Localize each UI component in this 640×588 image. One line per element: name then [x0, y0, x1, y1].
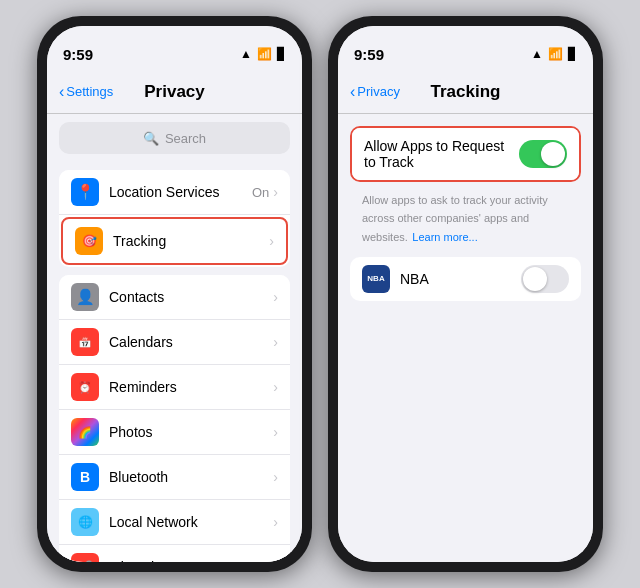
back-chevron-1: ‹ — [59, 84, 64, 100]
calendars-label: Calendars — [109, 334, 273, 350]
list-item-photos[interactable]: 🌈 Photos › — [59, 410, 290, 455]
tracking-icon: 🎯 — [75, 227, 103, 255]
status-bar-2: 9:59 ▲ 📶 ▊ — [338, 26, 593, 70]
calendars-icon: 📅 — [71, 328, 99, 356]
battery-icon-2: ▊ — [568, 47, 577, 61]
signal-icon: ▲ — [240, 47, 252, 61]
back-label-2: Privacy — [357, 84, 400, 99]
list-item-local-network[interactable]: 🌐 Local Network › — [59, 500, 290, 545]
allow-tracking-toggle[interactable] — [519, 140, 567, 168]
location-services-value: On — [252, 185, 269, 200]
chevron-bluetooth: › — [273, 469, 278, 485]
chevron-contacts: › — [273, 289, 278, 305]
photos-icon: 🌈 — [71, 418, 99, 446]
wifi-icon-2: 📶 — [548, 47, 563, 61]
local-network-label: Local Network — [109, 514, 273, 530]
photos-label: Photos — [109, 424, 273, 440]
status-icons-2: ▲ 📶 ▊ — [531, 47, 577, 61]
nba-toggle-thumb — [523, 267, 547, 291]
nba-row[interactable]: NBA NBA — [350, 257, 581, 301]
list-item-microphone[interactable]: 🎤 Microphone › — [59, 545, 290, 562]
nav-bar-1: ‹ Settings Privacy — [47, 70, 302, 114]
allow-tracking-label: Allow Apps to Request to Track — [364, 138, 519, 170]
privacy-group-1: 📍 Location Services On › 🎯 Tracking › — [59, 170, 290, 267]
toggle-thumb — [541, 142, 565, 166]
chevron-photos: › — [273, 424, 278, 440]
location-services-label: Location Services — [109, 184, 252, 200]
tracking-content: Allow Apps to Request to Track Allow app… — [338, 114, 593, 562]
battery-icon: ▊ — [277, 47, 286, 61]
tracking-label: Tracking — [113, 233, 269, 249]
nav-title-2: Tracking — [431, 82, 501, 102]
nba-section: NBA NBA — [350, 257, 581, 301]
phone-tracking: 9:59 ▲ 📶 ▊ ‹ Privacy Tracking — [328, 16, 603, 572]
chevron-icon-tracking: › — [269, 233, 274, 249]
back-label-1: Settings — [66, 84, 113, 99]
wifi-icon: 📶 — [257, 47, 272, 61]
nba-icon: NBA — [362, 265, 390, 293]
nba-toggle[interactable] — [521, 265, 569, 293]
nba-label: NBA — [400, 271, 521, 287]
allow-tracking-section: Allow Apps to Request to Track — [350, 126, 581, 182]
search-container-1: 🔍 Search — [47, 114, 302, 162]
signal-icon-2: ▲ — [531, 47, 543, 61]
learn-more-link[interactable]: Learn more... — [412, 231, 477, 243]
back-button-1[interactable]: ‹ Settings — [59, 84, 113, 100]
nav-title-1: Privacy — [144, 82, 205, 102]
list-item-location-services[interactable]: 📍 Location Services On › — [59, 170, 290, 215]
status-icons-1: ▲ 📶 ▊ — [240, 47, 286, 61]
contacts-icon: 👤 — [71, 283, 99, 311]
list-item-calendars[interactable]: 📅 Calendars › — [59, 320, 290, 365]
reminders-icon: ⏰ — [71, 373, 99, 401]
bluetooth-label: Bluetooth — [109, 469, 273, 485]
contacts-label: Contacts — [109, 289, 273, 305]
list-item-bluetooth[interactable]: B Bluetooth › — [59, 455, 290, 500]
chevron-local-network: › — [273, 514, 278, 530]
privacy-group-2: 👤 Contacts › 📅 Calendars › ⏰ Reminders › — [59, 275, 290, 562]
location-services-icon: 📍 — [71, 178, 99, 206]
microphone-label: Microphone — [109, 559, 273, 562]
status-time-1: 9:59 — [63, 46, 93, 63]
settings-list: 📍 Location Services On › 🎯 Tracking › 👤 — [47, 162, 302, 562]
chevron-reminders: › — [273, 379, 278, 395]
chevron-icon: › — [273, 184, 278, 200]
bluetooth-icon: B — [71, 463, 99, 491]
local-network-icon: 🌐 — [71, 508, 99, 536]
microphone-icon: 🎤 — [71, 553, 99, 562]
status-time-2: 9:59 — [354, 46, 384, 63]
chevron-microphone: › — [273, 559, 278, 562]
tracking-description: Allow apps to ask to track your activity… — [338, 190, 593, 257]
allow-tracking-row[interactable]: Allow Apps to Request to Track — [352, 128, 579, 180]
reminders-label: Reminders — [109, 379, 273, 395]
chevron-calendars: › — [273, 334, 278, 350]
back-button-2[interactable]: ‹ Privacy — [350, 84, 400, 100]
nav-bar-2: ‹ Privacy Tracking — [338, 70, 593, 114]
back-chevron-2: ‹ — [350, 84, 355, 100]
list-item-tracking[interactable]: 🎯 Tracking › — [61, 217, 288, 265]
list-item-contacts[interactable]: 👤 Contacts › — [59, 275, 290, 320]
status-bar-1: 9:59 ▲ 📶 ▊ — [47, 26, 302, 70]
phone-privacy: 9:59 ▲ 📶 ▊ ‹ Settings Privacy 🔍 — [37, 16, 312, 572]
search-input-1[interactable]: 🔍 Search — [59, 122, 290, 154]
list-item-reminders[interactable]: ⏰ Reminders › — [59, 365, 290, 410]
search-placeholder: Search — [165, 131, 206, 146]
search-icon: 🔍 — [143, 131, 159, 146]
